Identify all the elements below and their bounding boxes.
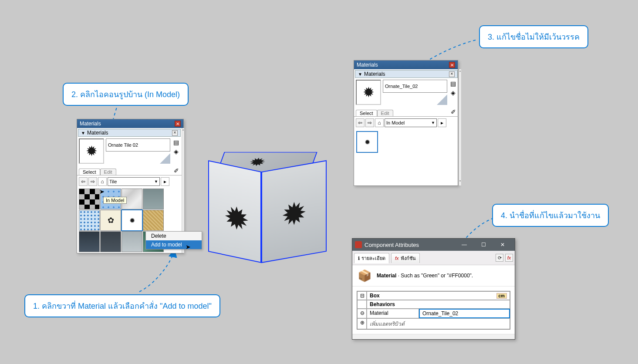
ornate-star-icon: ✹	[129, 216, 135, 225]
attr-value-material[interactable]: Ornate_Tile_02	[419, 309, 510, 318]
panel-title-bar[interactable]: Materials ✕	[77, 119, 183, 128]
tile-item[interactable]	[79, 231, 100, 252]
tab-select[interactable]: Select	[79, 169, 100, 175]
create-material-icon[interactable]: ◈	[172, 148, 180, 155]
texture-star-icon: ✹	[281, 194, 307, 234]
dropdown-value: Tile	[109, 179, 117, 184]
row-add-icon[interactable]: ⊕	[357, 318, 367, 329]
tile-item[interactable]	[79, 189, 100, 209]
context-menu-delete[interactable]: Delete	[146, 232, 202, 240]
tile-item[interactable]	[143, 189, 164, 209]
tab-details[interactable]: ℹ รายละเอียด	[354, 253, 389, 263]
tile-item[interactable]	[100, 231, 121, 252]
panel-title-text: Materials	[357, 62, 378, 68]
material-preview[interactable]: ✹	[79, 138, 104, 164]
info-icon: ℹ	[358, 256, 360, 261]
eyedropper-icon[interactable]: ✐	[173, 166, 180, 175]
fold-icon	[437, 94, 447, 105]
close-button[interactable]: ✕	[493, 239, 512, 251]
tab-details-label: รายละเอียด	[361, 254, 385, 262]
nav-back-button[interactable]: ⇦	[356, 118, 365, 127]
cube-glyph-icon: 📦	[357, 268, 372, 283]
create-material-icon[interactable]: ◈	[449, 89, 457, 97]
nav-back-button[interactable]: ⇦	[79, 177, 88, 186]
nav-fwd-button[interactable]: ⇨	[365, 118, 374, 127]
tab-functions[interactable]: fx ฟังก์ชัน	[391, 253, 420, 263]
component-attributes-window: Component Attributes ― ☐ ✕ ℹ รายละเอียด …	[352, 238, 515, 340]
toggle-fx-icon[interactable]: fx	[505, 254, 513, 262]
nav-fwd-button[interactable]: ⇨	[88, 177, 97, 186]
material-preview[interactable]: ✹	[356, 80, 381, 105]
window-title-text: Component Attributes	[365, 242, 419, 248]
eyedropper-icon[interactable]: ✐	[450, 108, 457, 116]
tab-select[interactable]: Select	[356, 110, 377, 116]
desc-name: Material	[377, 273, 396, 279]
group-behaviors: Behaviors	[367, 300, 510, 309]
tray-header-materials[interactable]: ▼ Materials ×	[78, 129, 181, 137]
in-model-home-icon[interactable]: ⌂	[98, 177, 107, 186]
unit-indicator[interactable]: cm	[496, 293, 507, 299]
add-attribute-row[interactable]: เพิ่มแอตทริบิวต์	[367, 318, 510, 329]
material-name-input[interactable]	[383, 80, 447, 93]
tile-item[interactable]: ✿	[100, 210, 121, 231]
tray-close-icon[interactable]: ×	[172, 130, 178, 136]
callout-step-2: 2. คลิกไอคอนรูปบ้าน (In Model)	[63, 83, 189, 106]
collapse-toggle[interactable]: ⊟	[357, 291, 367, 300]
ornate-star-icon: ✹	[362, 86, 375, 99]
tab-edit[interactable]: Edit	[377, 110, 393, 116]
panel-title-text: Materials	[80, 121, 101, 127]
window-title-bar[interactable]: Component Attributes ― ☐ ✕	[352, 239, 515, 251]
materials-panel-right: Materials ✕ ▼ Materials × ✹	[354, 60, 458, 186]
details-button[interactable]: ▸	[161, 177, 169, 186]
app-logo-icon	[355, 241, 362, 248]
callout-step-3: 3. แก้ไขชื่อไม่ให้มีเว้นวรรค	[479, 25, 588, 48]
ornate-star-icon: ✹	[85, 145, 98, 158]
refresh-icon[interactable]: ⟳	[496, 254, 503, 262]
cube-preview: ✹ ✹ ✹	[208, 145, 326, 267]
tile-item-selected[interactable]: ✹	[122, 210, 142, 231]
desc-body: · Such as "Green" or "#FF0000".	[396, 273, 473, 279]
texture-star-icon: ✹	[224, 198, 250, 239]
tray-header-text: Materials	[364, 71, 385, 77]
fold-icon	[160, 153, 170, 164]
close-icon[interactable]: ✕	[449, 62, 455, 68]
tab-edit[interactable]: Edit	[100, 169, 116, 175]
close-icon[interactable]: ✕	[175, 121, 181, 127]
attr-name-material[interactable]: Material	[367, 309, 419, 318]
minimize-button[interactable]: ―	[455, 239, 474, 251]
tray-header-text: Materials	[87, 130, 108, 136]
fx-icon: fx	[395, 256, 399, 261]
tray-header-materials[interactable]: ▼ Materials ×	[355, 70, 458, 78]
tooltip-in-model: In Model	[103, 197, 127, 204]
tile-item[interactable]	[122, 231, 142, 252]
maximize-button[interactable]: ☐	[474, 239, 493, 251]
attribute-table: ⊟ Box cm Behaviors ⊖ Material Ornate_Til…	[352, 286, 515, 334]
details-button[interactable]: ▸	[438, 118, 446, 127]
panel-title-bar[interactable]: Materials ✕	[354, 61, 458, 69]
tile-item[interactable]	[143, 210, 164, 231]
row-remove-icon[interactable]: ⊖	[357, 309, 367, 318]
tile-item[interactable]	[79, 210, 100, 231]
context-menu-add-to-model[interactable]: Add to model	[146, 240, 202, 249]
tab-functions-label: ฟังก์ชัน	[401, 254, 416, 262]
material-name-input[interactable]	[106, 138, 170, 152]
flower-icon: ✿	[108, 216, 114, 225]
attribute-description: 📦 Material · Such as "Green" or "#FF0000…	[352, 265, 515, 286]
callout-step-4: 4. นำชื่อที่แก้ไขแล้วมาใช้งาน	[492, 204, 609, 227]
material-library-dropdown[interactable]: Tile ▼	[108, 177, 160, 186]
tile-item-selected[interactable]: ✹	[357, 131, 378, 152]
add-material-icon[interactable]: ▤	[449, 80, 457, 88]
resize-grip[interactable]	[352, 334, 515, 339]
ornate-star-icon: ✹	[365, 138, 370, 146]
callout-step-1: 1. คลิกขวาที่ Material แล้วเลือกคำสั่ง "…	[24, 294, 220, 317]
tray-close-icon[interactable]: ×	[449, 71, 455, 77]
in-model-home-icon[interactable]: ⌂	[375, 118, 384, 127]
vertical-scrollbar[interactable]: ˄˅	[459, 69, 461, 185]
context-menu: Delete Add to model	[145, 231, 202, 249]
component-name: Box	[370, 293, 380, 299]
dropdown-value: In Model	[386, 120, 405, 125]
add-material-icon[interactable]: ▤	[172, 138, 180, 146]
material-library-dropdown[interactable]: In Model ▼	[385, 118, 437, 127]
